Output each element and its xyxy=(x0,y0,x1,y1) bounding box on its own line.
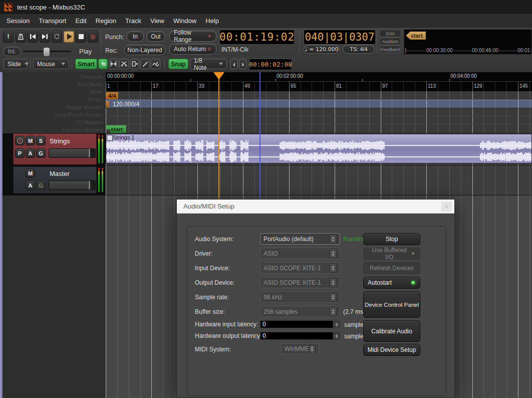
auto-return-button[interactable]: Auto Return xyxy=(169,44,216,55)
feedback-indicator[interactable]: Feedback xyxy=(379,46,401,53)
bars-ruler[interactable]: 1 17 33 49 65 81 97 113 129 145 xyxy=(106,82,532,92)
follow-range-button[interactable]: Follow Range xyxy=(169,31,216,42)
menu-help[interactable]: Help xyxy=(201,14,223,27)
start-location-marker[interactable]: start xyxy=(106,125,126,133)
goto-end-button[interactable] xyxy=(40,31,50,43)
secondary-clock[interactable]: 040|03|0307 xyxy=(304,30,376,45)
master-group-button[interactable]: G xyxy=(36,180,46,190)
menu-window[interactable]: Window xyxy=(169,14,201,27)
mini-timeline[interactable]: ) 00:00:30:00 00:00:45:00 00:01:0 start xyxy=(404,29,532,55)
meter-marker[interactable]: 4/4 xyxy=(106,92,118,99)
output-latency-field[interactable] xyxy=(260,332,334,339)
buffer-size-dropdown[interactable]: 256 samples xyxy=(260,306,340,317)
location-markers-lane[interactable]: start xyxy=(106,125,532,133)
dialog-title-bar[interactable]: Audio/MIDI Setup × xyxy=(177,200,454,214)
nudge-back-button[interactable]: ‹ xyxy=(230,59,238,69)
draw-tool-button[interactable] xyxy=(140,59,150,69)
play-button[interactable] xyxy=(64,31,74,43)
use-buffered-io-button[interactable]: Use Buffered I/O xyxy=(363,248,420,260)
menu-session[interactable]: Session xyxy=(2,14,34,27)
tempo-ruler[interactable]: 120.000/4 xyxy=(106,100,532,108)
sync-source-button[interactable]: Int. xyxy=(3,47,21,56)
record-button[interactable] xyxy=(88,31,98,43)
stop-button[interactable] xyxy=(76,31,86,43)
driver-dropdown[interactable]: ASIO xyxy=(260,248,340,259)
edit-automation-tool-button[interactable] xyxy=(151,59,160,69)
nudge-clock[interactable]: 00:00:02:08 xyxy=(249,59,292,70)
master-automation-button[interactable]: A xyxy=(26,180,35,190)
timecode-ruler[interactable]: 00:00:00:00 00:02:00:00 00:04:00:00 xyxy=(106,72,532,82)
strings-track-name[interactable]: Strings xyxy=(50,137,70,145)
stop-engine-button[interactable]: Stop xyxy=(363,233,420,245)
input-latency-field[interactable] xyxy=(260,321,334,328)
strings-group-button[interactable]: G xyxy=(36,148,46,158)
menu-view[interactable]: View xyxy=(146,14,169,27)
menu-track[interactable]: Track xyxy=(121,14,146,27)
region-corner-handle[interactable] xyxy=(107,135,113,141)
title-bar[interactable]: test scope - Mixbus32C xyxy=(0,0,532,14)
punch-out-button[interactable]: Out xyxy=(147,31,165,42)
autostart-button[interactable]: Autostart xyxy=(363,277,420,289)
master-track-canvas[interactable] xyxy=(106,165,532,195)
loop-punch-lane[interactable] xyxy=(106,116,532,125)
smart-mode-button[interactable]: Smart xyxy=(75,59,97,69)
edit-point-dropdown[interactable]: Mouse xyxy=(33,59,69,69)
punch-in-button[interactable]: In xyxy=(127,31,144,42)
device-control-panel-button[interactable]: Device Control Panel xyxy=(363,291,420,318)
refresh-devices-button[interactable]: Refresh Devices xyxy=(363,262,420,274)
strings-gain-fader[interactable] xyxy=(49,148,96,158)
shuttle-slider[interactable] xyxy=(23,51,71,52)
field-spinner-icon[interactable] xyxy=(333,332,340,339)
strings-solo-button[interactable]: S xyxy=(36,136,46,145)
stretch-tool-button[interactable] xyxy=(130,59,139,69)
calibrate-audio-button[interactable]: Calibrate Audio xyxy=(363,320,420,342)
tempo-marker-chip[interactable] xyxy=(106,101,109,108)
field-spinner-icon[interactable] xyxy=(333,321,340,328)
cut-tool-button[interactable] xyxy=(119,59,129,69)
fader-handle[interactable] xyxy=(89,149,90,157)
input-device-dropdown[interactable]: ASIO SCOPE XITE-1 xyxy=(260,262,340,274)
menu-edit[interactable]: Edit xyxy=(71,14,91,27)
midi-device-setup-button[interactable]: Midi Device Setup xyxy=(363,344,420,356)
strings-automation-button[interactable]: A xyxy=(26,148,35,158)
midi-system-dropdown[interactable]: WinMME xyxy=(281,343,319,354)
rec-mode-button[interactable]: Non-Layered xyxy=(124,45,165,55)
tempo-button[interactable]: ♩ = 120.000 xyxy=(304,45,340,54)
timesig-button[interactable]: TS: 4/4 xyxy=(343,45,375,54)
playhead-line[interactable] xyxy=(218,72,219,199)
grid-unit-dropdown[interactable]: 1/8 Note xyxy=(190,59,227,69)
grab-tool-button[interactable] xyxy=(98,59,108,69)
menu-transport[interactable]: Transport xyxy=(34,14,71,27)
track-header-strings[interactable]: M S Strings P A G xyxy=(13,133,97,165)
mini-timeline-start-marker[interactable]: start xyxy=(406,32,426,40)
track-header-master[interactable]: M Master A G xyxy=(13,166,97,193)
master-track-name[interactable]: Master xyxy=(50,170,70,177)
master-mute-button[interactable]: M xyxy=(26,168,35,178)
meter-ruler[interactable]: 4/4 xyxy=(106,92,532,100)
goto-start-button[interactable] xyxy=(28,31,38,43)
fader-handle[interactable] xyxy=(89,181,90,189)
range-markers-lane[interactable] xyxy=(106,108,532,116)
primary-clock[interactable]: 00:01:19:02 xyxy=(219,30,295,45)
nudge-forward-button[interactable]: › xyxy=(239,59,246,69)
snap-button[interactable]: Snap xyxy=(168,59,188,69)
shuttle-handle[interactable] xyxy=(43,47,50,57)
master-gain-fader[interactable] xyxy=(49,180,96,190)
menu-region[interactable]: Region xyxy=(91,14,121,27)
audio-system-dropdown[interactable]: PortAudio (default) xyxy=(260,233,340,245)
midi-panic-button[interactable]: ! xyxy=(3,31,14,43)
playhead-marker[interactable] xyxy=(213,72,224,80)
range-tool-button[interactable] xyxy=(109,59,118,69)
loop-button[interactable] xyxy=(52,31,62,43)
output-device-dropdown[interactable]: ASIO SCOPE XITE-1 xyxy=(260,277,340,288)
strings-rec-enable-button[interactable] xyxy=(15,136,25,145)
audio-region-strings1[interactable]: Strings.1 xyxy=(106,134,532,163)
audition-indicator[interactable]: Audition xyxy=(379,38,401,45)
metronome-button[interactable] xyxy=(16,31,26,43)
strings-polarity-button[interactable]: P xyxy=(15,148,25,158)
edit-mode-dropdown[interactable]: Slide xyxy=(4,59,28,69)
strings-mute-button[interactable]: M xyxy=(26,136,35,145)
dialog-close-button[interactable]: × xyxy=(441,202,452,212)
sample-rate-dropdown[interactable]: 96 kHz xyxy=(260,291,340,303)
solo-indicator[interactable]: Solo xyxy=(379,30,401,37)
